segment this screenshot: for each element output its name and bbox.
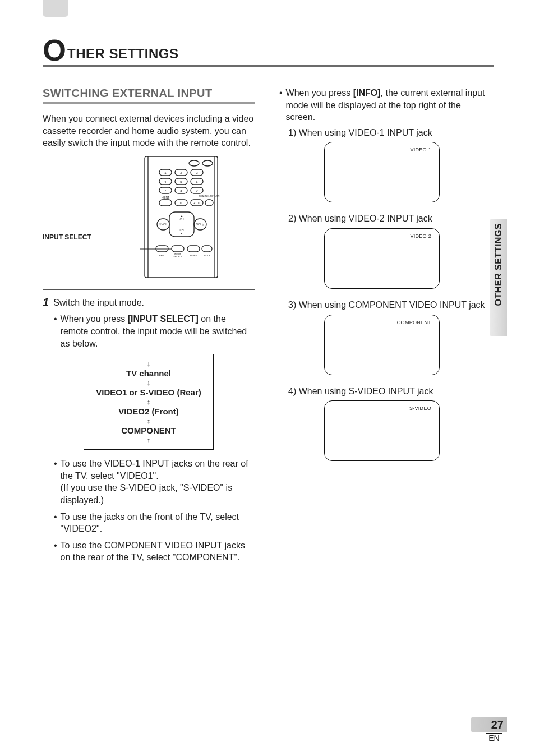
osd-text: VIDEO 1 [410,147,431,153]
arrow-down-icon: ↓ [86,360,211,367]
svg-text:2: 2 [180,171,182,174]
svg-text:SLEEP: SLEEP [190,254,197,257]
step-number: 1 [43,297,49,309]
right-item-3-label: 3) When using COMPONENT VIDEO INPUT jack [288,299,491,311]
svg-text:3: 3 [196,171,198,174]
cycle-tv: TV channel [86,368,211,378]
left-column: SWITCHING EXTERNAL INPUT When you connec… [43,87,255,568]
page-heading: O THER SETTINGS [43,37,494,67]
svg-text:▽VOL: ▽VOL [159,223,167,226]
bullet-dot: • [54,313,57,349]
cycle-video1: VIDEO1 or S-VIDEO (Rear) [86,388,211,397]
divider [43,289,255,290]
screen-preview-4: S-VIDEO [324,400,440,461]
bullet-dot: • [279,87,283,123]
arrow-updown-icon: ↕ [86,417,211,425]
bullet-text: To use the VIDEO-1 INPUT jacks on the re… [61,458,255,506]
page-number: 27 [491,718,504,731]
side-tab-label: OTHER SETTINGS [494,223,504,306]
svg-text:VOL△: VOL△ [196,223,204,226]
svg-text:4: 4 [164,180,167,183]
step-title: Switch the input mode. [53,297,255,309]
arrow-updown-icon: ↕ [86,379,211,386]
svg-text:MENU: MENU [159,254,165,257]
right-column: • When you press [INFO], the current ext… [279,87,491,568]
input-select-label: INPUT SELECT [43,233,91,241]
svg-rect-12 [159,200,172,206]
cycle-diagram: ↓ TV channel ↕ VIDEO1 or S-VIDEO (Rear) … [84,354,214,450]
cycle-component: COMPONENT [86,426,211,435]
svg-text:+100: +100 [193,201,200,205]
bullet-dot: • [54,540,57,564]
remote-svg: 123 456 789 –/ENT 0+100 CHANNEL RETURN ▲… [140,156,224,278]
right-item-1-label: 1) When using VIDEO-1 INPUT jack [288,127,491,139]
svg-text:9: 9 [196,189,198,192]
heading-big-letter: O [43,36,66,64]
text: When you press [61,314,128,324]
step-1-bullet: • When you press [INPUT SELECT] on the r… [43,313,255,349]
top-tab-decoration [43,0,68,17]
screen-preview-1: VIDEO 1 [324,142,440,202]
section-title: SWITCHING EXTERNAL INPUT [43,87,255,104]
left-bullet-2: • To use the jacks on the front of the T… [43,511,255,535]
remote-illustration: INPUT SELECT [43,156,255,280]
svg-rect-15 [205,200,213,206]
arrow-updown-icon: ↕ [86,398,211,405]
text: When you press [286,88,353,98]
intro-paragraph: When you connect external devices includ… [43,113,255,149]
bullet-text: To use the COMPONENT VIDEO INPUT jacks o… [61,540,255,564]
svg-rect-20 [172,246,184,252]
bullet-text: When you press [INPUT SELECT] on the rem… [61,313,255,349]
screen-preview-3: COMPONENT [324,315,440,375]
right-top-bullet: • When you press [INFO], the current ext… [279,87,491,123]
svg-text:▼: ▼ [181,232,183,235]
arrow-up-icon: ↑ [86,436,211,444]
svg-text:6: 6 [196,180,198,183]
text-bold: [INFO] [353,88,381,98]
svg-text:0: 0 [180,201,182,205]
svg-text:5: 5 [180,180,182,183]
text-bold: [INPUT SELECT] [128,314,199,324]
svg-text:1: 1 [164,171,167,174]
heading-rest: THER SETTINGS [67,46,179,62]
left-bullet-1: • To use the VIDEO-1 INPUT jacks on the … [43,458,255,506]
svg-text:SELECT: SELECT [173,255,182,258]
bullet-text: When you press [INFO], the current exter… [286,87,491,123]
osd-text: COMPONENT [397,320,431,325]
svg-rect-21 [187,246,200,252]
right-item-2-label: 2) When using VIDEO-2 INPUT jack [288,213,491,225]
page-number-box: 27 [471,717,507,732]
language-label: EN [486,733,502,743]
osd-text: S-VIDEO [409,405,431,411]
step-1: 1 Switch the input mode. [43,297,255,309]
svg-text:CHANNEL RETURN: CHANNEL RETURN [199,195,220,197]
bullet-dot: • [54,458,57,506]
left-bullet-3: • To use the COMPONENT VIDEO INPUT jacks… [43,540,255,564]
cycle-video2: VIDEO2 (Front) [86,407,211,416]
svg-text:MUTE: MUTE [204,254,210,257]
osd-text: VIDEO 2 [410,233,431,239]
svg-text:8: 8 [180,189,182,192]
screen-preview-2: VIDEO 2 [324,228,440,289]
right-item-4-label: 4) When using S-VIDEO INPUT jack [288,385,491,398]
bullet-text: To use the jacks on the front of the TV,… [61,511,255,535]
svg-text:–/ENT: –/ENT [162,196,169,199]
bullet-dot: • [54,511,57,535]
svg-text:CH: CH [179,218,184,221]
svg-rect-22 [202,246,212,252]
svg-text:7: 7 [164,189,167,192]
